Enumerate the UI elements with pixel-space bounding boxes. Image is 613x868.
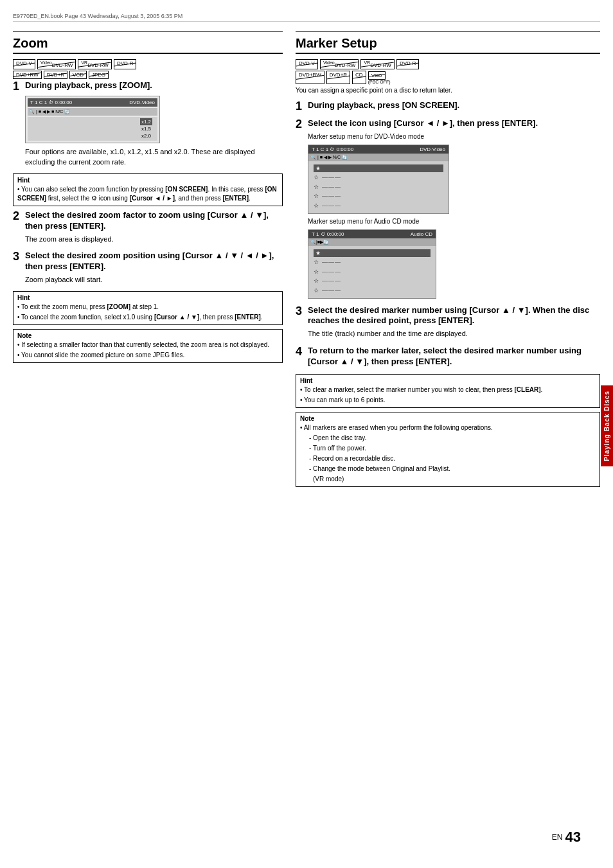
marker-row-1: ★ ——— [314,164,443,173]
marker-section: Marker Setup DVD-V VideoDVD-RW VRDVD-RW … [296,31,600,491]
screen2-label: Marker setup menu for Audio CD mode [308,217,600,226]
zoom-hint2: Hint • To exit the zoom menu, press [ZOO… [13,291,283,325]
marker-icons: 🔍|■◀▶N/C🔄 [308,154,449,161]
pbc-off-label: (PBC OFF) [368,80,391,84]
m-step1-title: During playback, press [ON SCREEN]. [308,100,459,111]
page-number: 43 [565,829,581,846]
screen-header-left: T 1 C 1 ⏱ 0:00:00 [30,99,72,106]
audio-cd-rows: ★ ——— ☆ ——— ☆ ——— [308,246,436,298]
m-hint1-item2: • You can mark up to 6 points. [300,396,596,405]
ms-header-right: DVD-Video [420,146,445,153]
m-badge-cd: CD [352,71,366,84]
note1-label: Note [17,332,278,339]
hint2-item2: • To cancel the zoom function, select x1… [17,313,278,322]
marker-audio-screen: T 1 ⏱ 0:00:00 Audio CD 🔍|■▶🔄 ★ ——— [308,229,436,299]
m-step4-title: To return to the marker later, select th… [308,346,600,368]
marker-screen-header: T 1 C 1 ⏱ 0:00:00 DVD-Video [308,145,449,154]
screen-header-right: DVD-Video [129,99,155,106]
marker-step1: 1 During playback, press [ON SCREEN]. [296,100,600,112]
step1-title: During playback, press [ZOOM]. [25,80,152,91]
m-note1-item4: - Change the mode between Original and P… [309,465,596,474]
marker-badges-row2: DVD+RW DVD+R CD VCD (PBC OFF) [296,71,600,84]
zoom-section: Zoom DVD-V VideoDVD-RW VRDVD-RW DVD-R DV… [13,31,283,491]
acd-row-3: ☆ ——— [314,268,431,276]
marker-dvd-rows: ★ ——— ☆ ——— ☆ ——— [308,161,449,213]
m-step1-num: 1 [296,100,305,112]
step2-num: 2 [13,210,22,222]
acd-header-right: Audio CD [411,231,432,238]
m-note1-item5: (VR mode) [313,475,596,484]
m-step3-num: 3 [296,305,305,317]
zoom-opt-1-2: x1.2 [140,118,152,125]
m-hint1-item1: • To clear a marker, select the marker n… [300,385,596,394]
badge-dvd-plus-r: DVD+R [44,71,67,79]
marker-row-3: ☆ ——— [314,183,443,191]
zoom-step3: 3 Select the desired zoom position using… [13,251,283,285]
m-note1-item3: - Record on a recordable disc. [309,454,596,463]
m-note1-item2: - Turn off the power. [309,444,596,453]
audio-cd-header: T 1 ⏱ 0:00:00 Audio CD [308,230,436,238]
zoom-badges-row2: DVD+RW DVD+R VCD JPEG [13,71,283,79]
side-tab: Playing Back Discs [601,385,613,466]
screen1-label: Marker setup menu for DVD-Video mode [308,132,600,141]
marker-title: Marker Setup [296,36,600,54]
zoom-opt-1-5: x1.5 [140,125,152,132]
m-step4-num: 4 [296,346,305,357]
zoom-screen-header: T 1 C 1 ⏱ 0:00:00 DVD-Video [28,98,157,107]
marker-step3: 3 Select the desired marker number using… [296,305,600,339]
header-text: E9770ED_EN.book Page 43 Wednesday, Augus… [13,13,182,19]
en-label: EN [552,833,563,842]
step3-body: Zoom playback will start. [25,275,283,285]
audio-cd-icons: 🔍|■▶🔄 [308,238,436,246]
zoom-screen: T 1 C 1 ⏱ 0:00:00 DVD-Video 🔍|■◀▶■N/C🔄 x… [25,96,160,144]
marker-hint1: Hint • To clear a marker, select the mar… [296,374,600,408]
badge-jpeg: JPEG [89,71,109,79]
zoom-step2: 2 Select the desired zoom factor to zoom… [13,210,283,244]
m-step3-title: Select the desired marker number using [… [308,305,600,327]
m-hint1-label: Hint [300,377,596,384]
zoom-opt-2-0: x2.0 [140,132,152,139]
page-footer: EN 43 [0,829,613,846]
badge-vcd: VCD [69,71,87,79]
step1-num: 1 [13,80,22,92]
step2-body: The zoom area is displayed. [25,235,283,244]
m-badge-dvd-v: DVD-V [296,59,318,69]
marker-dvd-screen: T 1 C 1 ⏱ 0:00:00 DVD-Video 🔍|■◀▶N/C🔄 ★ … [308,145,449,214]
marker-row-5: ☆ ——— [314,202,443,210]
marker-step4: 4 To return to the marker later, select … [296,346,600,368]
marker-row-2: ☆ ——— [314,173,443,182]
m-note1-label: Note [300,415,596,422]
m-badge-dvd-rw-vr: VRDVD-RW [360,59,394,69]
m-badge-dvd-r: DVD-R [396,59,419,69]
hint1-text: • You can also select the zoom function … [17,185,278,203]
zoom-note1: Note • If selecting a smaller factor tha… [13,329,283,363]
zoom-hint1: Hint • You can also select the zoom func… [13,173,283,206]
m-badge-dvd-plus-rw: DVD+RW [296,71,324,84]
marker-note1: Note • All markers are erased when you p… [296,412,600,487]
acd-row-2: ☆ ——— [314,258,431,267]
m-badge-vcd: VCD [368,71,386,80]
m-note1-intro: • All markers are erased when you perfor… [300,423,596,432]
m-step2-num: 2 [296,118,305,130]
screen-icons: 🔍|■◀▶■N/C🔄 [28,108,157,116]
step3-title: Select the desired zoom position using [… [25,251,283,272]
main-content: Zoom DVD-V VideoDVD-RW VRDVD-RW DVD-R DV… [13,31,600,491]
zoom-step1: 1 During playback, press [ZOOM]. T 1 C 1… [13,80,283,167]
step3-num: 3 [13,251,22,262]
marker-badges-row1: DVD-V VideoDVD-RW VRDVD-RW DVD-R [296,59,600,69]
m-badge-dvd-rw-video: VideoDVD-RW [320,59,359,69]
marker-step2: 2 Select the icon using [Cursor ◄ / ►], … [296,118,600,299]
note1-item1: • If selecting a smaller factor than tha… [17,341,278,350]
header-bar: E9770ED_EN.book Page 43 Wednesday, Augus… [13,13,600,22]
badge-dvd-v: DVD-V [13,59,35,69]
step1-body: Four options are available, x1.0, x1.2, … [25,147,283,167]
acd-header-left: T 1 ⏱ 0:00:00 [312,231,344,238]
note1-item2: • You cannot slide the zoomed picture on… [17,351,278,360]
marker-intro: You can assign a specific point on a dis… [296,85,600,95]
hint2-label: Hint [17,294,278,301]
badge-dvd-rw-vr: VRDVD-RW [78,59,111,69]
m-step3-body: The title (track) number and the time ar… [308,329,600,339]
marker-row-4: ☆ ——— [314,192,443,200]
m-badge-dvd-plus-r: DVD+R [326,71,350,84]
hint2-item1: • To exit the zoom menu, press [ZOOM] at… [17,303,278,312]
